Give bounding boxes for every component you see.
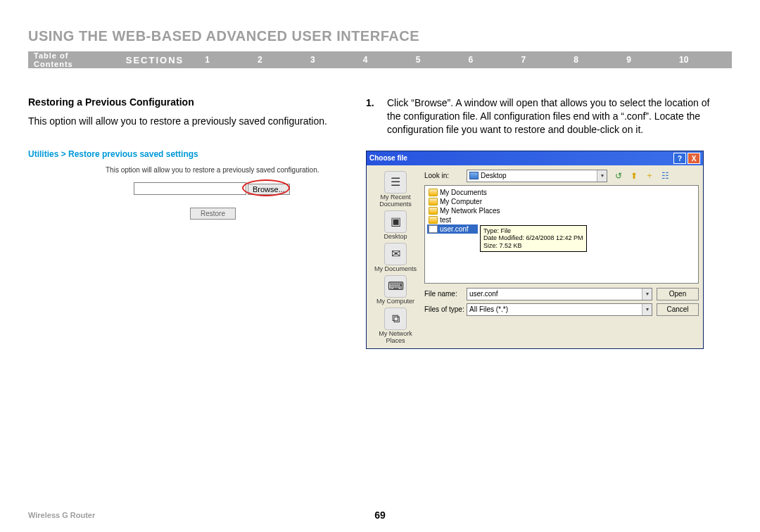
section-link-7[interactable]: 7 [521, 55, 574, 65]
view-menu-icon[interactable]: ☷ [659, 170, 671, 182]
list-item[interactable]: test [427, 215, 696, 224]
places-sidebar: ☰ My Recent Documents ▣ Desktop ✉ My Doc… [371, 170, 420, 344]
list-item[interactable]: My Documents [427, 188, 696, 197]
toc-link[interactable]: Table of Contents [34, 51, 98, 68]
filetype-label: Files of type: [424, 305, 467, 313]
recent-documents-icon: ☰ [384, 171, 407, 194]
list-item-selected[interactable]: user.conf [427, 224, 478, 234]
sidebar-item-label: Desktop [371, 233, 420, 240]
folder-icon [429, 207, 438, 215]
file-name: My Documents [440, 189, 487, 196]
desktop-icon [469, 172, 479, 179]
section-link-4[interactable]: 4 [363, 55, 416, 65]
tooltip-type: Type: File [483, 227, 583, 235]
section-link-6[interactable]: 6 [469, 55, 521, 65]
section-heading: Restoring a Previous Configuration [28, 96, 345, 108]
config-path-input[interactable] [134, 182, 246, 195]
browse-button[interactable]: Browse... [248, 184, 290, 195]
cancel-button[interactable]: Cancel [657, 303, 699, 316]
section-link-8[interactable]: 8 [574, 55, 626, 65]
sidebar-item-label: My Recent Documents [371, 194, 420, 208]
chapter-title: USING THE WEB-BASED ADVANCED USER INTERF… [28, 28, 732, 44]
sections-label: SECTIONS [126, 55, 184, 65]
file-name: My Network Places [440, 207, 500, 215]
chevron-down-icon: ▾ [597, 170, 607, 182]
step-text: Click “Browse”. A window will open that … [387, 96, 718, 137]
look-in-label: Look in: [424, 172, 467, 179]
filename-label: File name: [424, 290, 467, 298]
close-button[interactable]: X [688, 153, 700, 164]
restore-button[interactable]: Restore [190, 208, 236, 220]
sidebar-item-my-documents[interactable]: ✉ My Documents [371, 241, 420, 272]
step-number: 1. [366, 96, 387, 137]
chevron-down-icon: ▾ [642, 289, 652, 300]
list-item[interactable]: My Computer [427, 197, 696, 206]
sidebar-item-label: My Computer [371, 298, 420, 305]
filename-input[interactable]: user.conf ▾ [467, 288, 652, 300]
section-link-1[interactable]: 1 [205, 55, 258, 65]
page-number: 69 [374, 509, 386, 521]
dialog-title: Choose file [369, 154, 672, 162]
folder-icon [429, 216, 438, 224]
look-in-dropdown[interactable]: Desktop ▾ [467, 170, 607, 182]
section-link-3[interactable]: 3 [310, 55, 363, 65]
folder-icon [429, 198, 438, 205]
network-places-icon: ⧉ [384, 308, 407, 330]
section-link-10[interactable]: 10 [679, 55, 732, 65]
section-nav-bar: Table of Contents SECTIONS 1 2 3 4 5 6 7… [28, 51, 732, 68]
sidebar-item-desktop[interactable]: ▣ Desktop [371, 209, 420, 240]
file-name: user.conf [440, 225, 469, 233]
my-documents-icon: ✉ [384, 243, 407, 265]
file-name: My Computer [440, 198, 482, 205]
list-item[interactable]: My Network Places [427, 206, 696, 215]
sidebar-item-label: My Network Places [371, 330, 420, 344]
settings-description: This option will allow you to restore a … [106, 166, 345, 174]
desktop-icon: ▣ [384, 210, 407, 233]
up-folder-icon[interactable]: ⬆ [628, 170, 640, 182]
filename-value: user.conf [469, 290, 498, 298]
filetype-dropdown[interactable]: All Files (*.*) ▾ [467, 303, 652, 316]
look-in-value: Desktop [481, 172, 507, 179]
my-computer-icon: ⌨ [384, 275, 407, 298]
back-icon[interactable]: ↺ [613, 170, 624, 182]
file-chooser-dialog: Choose file ? X ☰ My Recent Documents ▣ … [366, 151, 704, 349]
section-link-2[interactable]: 2 [258, 55, 310, 65]
help-button[interactable]: ? [673, 153, 686, 164]
tooltip-size: Size: 7.52 KB [483, 242, 583, 250]
open-button[interactable]: Open [657, 288, 699, 300]
sidebar-item-recent[interactable]: ☰ My Recent Documents [371, 170, 420, 208]
chevron-down-icon: ▾ [642, 304, 652, 315]
section-body: This option will allow you to restore a … [28, 115, 345, 128]
tooltip-modified: Date Modified: 6/24/2008 12:42 PM [483, 234, 583, 242]
settings-breadcrumb: Utilities > Restore previous saved setti… [28, 149, 345, 159]
file-icon [429, 225, 438, 233]
sidebar-item-my-computer[interactable]: ⌨ My Computer [371, 274, 420, 305]
section-link-9[interactable]: 9 [626, 55, 679, 65]
dialog-titlebar: Choose file ? X [367, 151, 703, 165]
section-link-5[interactable]: 5 [416, 55, 469, 65]
new-folder-icon[interactable]: ＋ [644, 170, 655, 182]
sidebar-item-label: My Documents [371, 265, 420, 272]
footer-product: Wireless G Router [28, 511, 95, 519]
file-list-pane[interactable]: My Documents My Computer My Network Plac… [424, 185, 699, 284]
sidebar-item-network-places[interactable]: ⧉ My Network Places [371, 306, 420, 344]
file-tooltip: Type: File Date Modified: 6/24/2008 12:4… [480, 225, 587, 252]
folder-icon [429, 189, 438, 196]
file-name: test [440, 216, 451, 224]
filetype-value: All Files (*.*) [469, 305, 508, 313]
